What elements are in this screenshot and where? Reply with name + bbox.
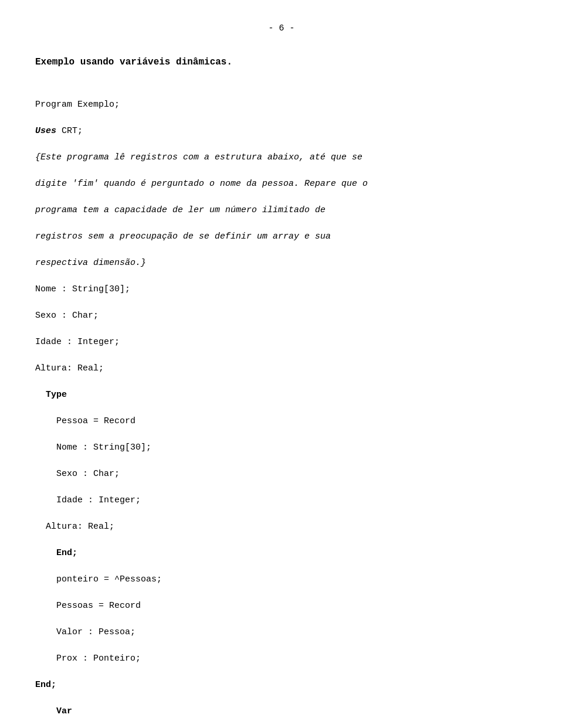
line-altura2: Altura: Real;	[35, 522, 114, 532]
line-type: Type	[35, 390, 67, 400]
line-idade1: Idade : Integer;	[35, 337, 120, 347]
line-var: Var	[35, 706, 72, 716]
line-nome1: Nome : String[30];	[35, 284, 130, 294]
line-comment4: registros sem a preocupação de se defini…	[35, 232, 331, 241]
line-uses: Uses CRT;	[35, 126, 83, 136]
line-ponteiro: ponteiro = ^Pessoas;	[35, 574, 162, 584]
line-comment2: digite 'fim' quando é perguntado o nome …	[35, 179, 368, 189]
line-nome2: Nome : String[30];	[35, 443, 151, 453]
line-valor: Valor : Pessoa;	[35, 627, 135, 637]
line-end2: End;	[35, 680, 56, 690]
line-comment5: respectiva dimensão.}	[35, 258, 146, 268]
line-comment3: programa tem a capacidade de ler um núme…	[35, 205, 325, 215]
line-sexo1: Sexo : Char;	[35, 311, 99, 321]
line-end1: End;	[35, 548, 77, 558]
code-block: Program Exemplo; Uses CRT; {Este program…	[35, 85, 528, 728]
line-program: Program Exemplo;	[35, 100, 120, 110]
section-title: Exemplo usando variáveis dinâmicas.	[35, 57, 528, 67]
line-prox: Prox : Ponteiro;	[35, 654, 141, 664]
line-idade2: Idade : Integer;	[35, 495, 141, 505]
line-comment1: {Este programa lê registros com a estrut…	[35, 152, 362, 162]
line-pessoa-record: Pessoa = Record	[35, 416, 135, 426]
line-altura1: Altura: Real;	[35, 363, 104, 373]
line-sexo2: Sexo : Char;	[35, 469, 120, 479]
line-pessoas-record: Pessoas = Record	[35, 601, 141, 611]
page-number: - 6 -	[35, 23, 528, 33]
